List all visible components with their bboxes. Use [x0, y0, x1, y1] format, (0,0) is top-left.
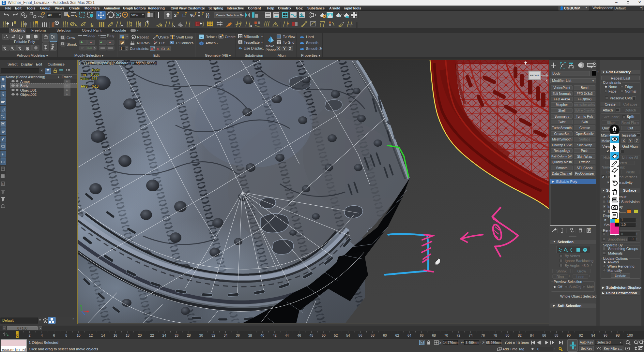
svg-text:88: 88 — [555, 333, 559, 337]
svg-text:76: 76 — [481, 333, 485, 337]
svg-text:Object002: Object002 — [20, 93, 37, 96]
svg-text:{⁄}: {⁄} — [206, 12, 210, 18]
svg-text:30: 30 — [199, 333, 203, 337]
svg-text:Ring: Ring — [107, 34, 115, 37]
svg-text:Editable Poly: Editable Poly — [14, 40, 35, 44]
svg-text:70: 70 — [444, 333, 448, 337]
svg-text:60: 60 — [383, 333, 387, 337]
svg-text:46: 46 — [297, 333, 301, 337]
svg-text:▾: ▾ — [217, 42, 218, 45]
svg-text:Repeat: Repeat — [137, 35, 148, 39]
svg-text:100: 100 — [627, 333, 633, 337]
svg-text:32: 32 — [211, 333, 215, 337]
svg-text:80: 80 — [506, 333, 510, 337]
svg-text:?: ? — [177, 11, 179, 15]
svg-text:»: » — [72, 317, 74, 320]
svg-text:▾: ▾ — [261, 35, 263, 38]
svg-text:Cut: Cut — [159, 41, 164, 45]
svg-text:26: 26 — [175, 333, 178, 337]
svg-text:Y: Y — [283, 47, 286, 51]
svg-text:82: 82 — [518, 333, 522, 337]
svg-text:▾: ▾ — [261, 41, 263, 44]
svg-text:0.18: 0.18 — [92, 84, 99, 88]
svg-text:2: 2 — [29, 333, 31, 337]
svg-text:?: ? — [194, 11, 197, 15]
svg-text:Body: Body — [20, 84, 29, 88]
svg-text:94: 94 — [591, 333, 595, 337]
svg-text:6: 6 — [53, 333, 55, 337]
svg-text:Body: Body — [92, 68, 100, 72]
svg-text:?: ? — [202, 11, 204, 15]
svg-text:42: 42 — [273, 333, 277, 337]
svg-text:72: 72 — [456, 333, 460, 337]
svg-text:MSmooth: MSmooth — [244, 35, 259, 38]
svg-text:86: 86 — [542, 333, 546, 337]
svg-text:Tessellate: Tessellate — [244, 40, 260, 44]
svg-text:68: 68 — [432, 333, 436, 337]
svg-text:Grow: Grow — [67, 36, 75, 40]
svg-text:QSlice: QSlice — [158, 35, 169, 39]
svg-text:12: 12 — [89, 333, 93, 337]
svg-text:64: 64 — [407, 333, 411, 337]
svg-text:16: 16 — [114, 333, 117, 337]
svg-text:8: 8 — [65, 333, 67, 337]
svg-text:92: 92 — [579, 333, 583, 337]
svg-text:Default: Default — [2, 318, 14, 322]
svg-text:Tris:: Tris: — [81, 72, 87, 76]
svg-text:Use Displac...: Use Displac... — [244, 46, 264, 50]
svg-text:24: 24 — [162, 333, 166, 337]
svg-text:To View: To View — [283, 35, 295, 38]
svg-text:Relax: Relax — [206, 35, 215, 39]
svg-text:Hard: Hard — [306, 35, 314, 39]
svg-text:View: View — [131, 13, 138, 17]
svg-text:78: 78 — [493, 333, 497, 337]
svg-text:3: 3 — [174, 12, 176, 18]
svg-text:34: 34 — [224, 333, 228, 337]
svg-text:Loop: Loop — [87, 34, 95, 37]
svg-text:38: 38 — [248, 333, 252, 337]
svg-text:14: 14 — [101, 333, 105, 337]
svg-text:84: 84 — [530, 333, 534, 337]
svg-text:90: 90 — [567, 333, 571, 337]
svg-text:18: 18 — [126, 333, 130, 337]
svg-text:Constraints:: Constraints: — [130, 47, 149, 51]
svg-text:[ + ] [ Orthographic ] [ Stand: [ + ] [ Orthographic ] [ Standard ] [ Ed… — [79, 61, 157, 65]
svg-text:NURMS: NURMS — [137, 41, 150, 45]
svg-text:X: X — [277, 47, 280, 51]
svg-text:Verts:: Verts: — [80, 77, 89, 81]
svg-text:?: ? — [185, 11, 187, 15]
svg-text:52: 52 — [334, 333, 338, 337]
svg-text:Create Selection Sel: Create Selection Sel — [216, 13, 244, 17]
svg-text:Make: Make — [266, 44, 274, 48]
svg-text:50: 50 — [322, 333, 326, 337]
svg-text:74: 74 — [469, 333, 473, 337]
svg-text:▾: ▾ — [192, 42, 194, 45]
svg-text:96: 96 — [604, 333, 607, 337]
svg-text:Create: Create — [225, 35, 236, 39]
svg-text:36: 36 — [236, 333, 240, 337]
svg-text:66: 66 — [420, 333, 424, 337]
svg-text:Attach: Attach — [206, 41, 216, 45]
svg-text:▾: ▾ — [98, 34, 100, 37]
svg-text:62: 62 — [395, 333, 399, 337]
svg-text:▾: ▾ — [216, 36, 217, 38]
svg-text:Swift Loop: Swift Loop — [176, 35, 193, 39]
svg-text:98: 98 — [616, 333, 620, 337]
svg-text:To Grid: To Grid — [283, 40, 294, 44]
svg-text:40: 40 — [260, 333, 264, 337]
svg-text:FPS:: FPS: — [81, 84, 88, 88]
svg-text:4: 4 — [41, 333, 43, 337]
svg-text:i: i — [12, 22, 13, 27]
svg-text:56: 56 — [359, 333, 362, 337]
svg-text:Z: Z — [289, 47, 291, 51]
svg-text:Smooth 30: Smooth 30 — [306, 47, 322, 51]
svg-text:FRONT: FRONT — [530, 74, 539, 77]
svg-text:22: 22 — [150, 333, 154, 337]
svg-text:54: 54 — [346, 333, 350, 337]
svg-text:Shrink: Shrink — [67, 42, 77, 46]
svg-text:48: 48 — [310, 333, 314, 337]
svg-text:Armor: Armor — [20, 80, 30, 83]
svg-text:28: 28 — [187, 333, 191, 337]
svg-text:828: 828 — [91, 77, 97, 81]
svg-text:20: 20 — [138, 333, 142, 337]
